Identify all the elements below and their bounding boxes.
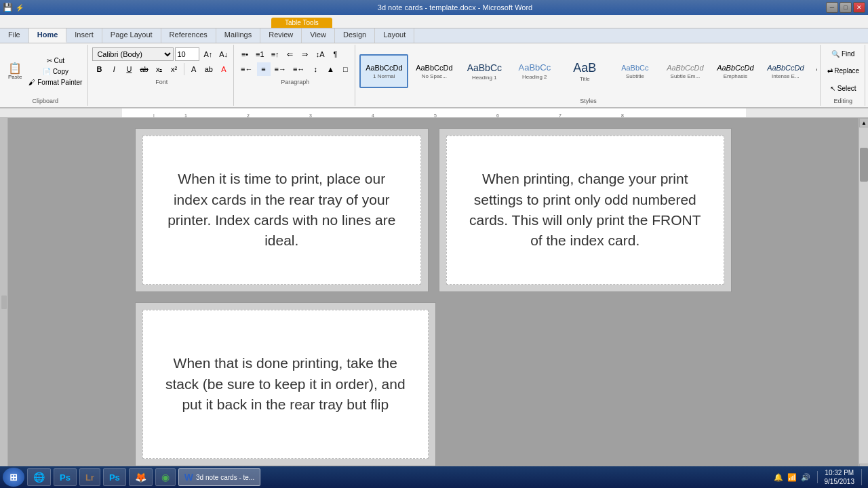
- select-button[interactable]: ↖ Select: [827, 81, 859, 96]
- numbering-button[interactable]: ≡1: [253, 47, 267, 61]
- style-intense-em[interactable]: AaBbCcDd Intense E...: [761, 54, 810, 88]
- justify-button[interactable]: ≡↔: [290, 62, 307, 76]
- taskbar-firefox[interactable]: 🦊: [129, 468, 153, 486]
- table-tools-bar: Table Tools: [0, 15, 868, 28]
- sort-button[interactable]: ↕A: [313, 47, 328, 61]
- highlight-button[interactable]: ab: [202, 62, 216, 76]
- card3-text: When that is done printing, take the sta…: [160, 353, 411, 415]
- tab-insert[interactable]: Insert: [66, 28, 102, 43]
- styles-label: Styles: [580, 98, 597, 104]
- style-title[interactable]: AaB Title: [560, 54, 609, 88]
- scroll-track[interactable]: [859, 127, 868, 464]
- align-left-button[interactable]: ≡←: [238, 62, 255, 76]
- card3-page: When that is done printing, take the sta…: [135, 302, 436, 466]
- ruler-mark-4: 3: [309, 113, 312, 118]
- multilevel-list-button[interactable]: ≡↑: [269, 47, 282, 61]
- style-emphasis[interactable]: AaBbCcDd Emphasis: [711, 54, 760, 88]
- empty-card-slot: [446, 302, 732, 466]
- taskbar-word-label: 3d note cards - te...: [196, 474, 254, 481]
- increase-indent-button[interactable]: ⇒: [298, 47, 312, 61]
- copy-button[interactable]: 📄 Copy: [26, 66, 85, 77]
- show-desktop-button[interactable]: [861, 469, 865, 485]
- ie-icon: 🌐: [33, 472, 45, 483]
- ruler-mark-2: 1: [184, 113, 187, 118]
- style-title-label: Title: [580, 76, 590, 82]
- style-subtle-em[interactable]: AaBbCcDd Subtle Em...: [660, 54, 709, 88]
- cards-row-2: When that is done printing, take the sta…: [135, 302, 732, 466]
- style-subtitle-preview: AaBbCc: [621, 63, 648, 73]
- style-no-spacing[interactable]: AaBbCcDd No Spac...: [410, 54, 458, 88]
- tab-view[interactable]: View: [302, 28, 335, 43]
- taskbar-lr[interactable]: Lr: [79, 468, 100, 486]
- show-marks-button[interactable]: ¶: [328, 47, 342, 61]
- bullets-button[interactable]: ≡•: [238, 47, 252, 61]
- style-heading1[interactable]: AaBbCc Heading 1: [460, 54, 509, 88]
- tab-references[interactable]: References: [161, 28, 216, 43]
- format-painter-button[interactable]: 🖌 Format Painter: [26, 77, 85, 87]
- shading-button[interactable]: ▲: [323, 62, 337, 76]
- font-color-button[interactable]: A: [217, 62, 231, 76]
- close-button[interactable]: ✕: [853, 2, 865, 13]
- style-heading1-label: Heading 1: [472, 75, 496, 81]
- style-strong[interactable]: AaBbCcDd Strong: [811, 54, 816, 88]
- style-heading2[interactable]: AaBbCc Heading 2: [510, 54, 559, 88]
- tab-home[interactable]: Home: [29, 28, 67, 43]
- taskbar-word[interactable]: W 3d note cards - te...: [178, 468, 260, 486]
- find-button[interactable]: 🔍 Find: [829, 46, 857, 62]
- decrease-indent-button[interactable]: ⇐: [283, 47, 297, 61]
- replace-button[interactable]: ⇄ Replace: [825, 63, 862, 79]
- strikethrough-button[interactable]: ab: [137, 62, 151, 76]
- superscript-button[interactable]: x²: [167, 62, 181, 76]
- window-title: 3d note cards - template.docx - Microsof…: [84, 3, 826, 12]
- scroll-up-button[interactable]: ▲: [859, 118, 868, 127]
- underline-button[interactable]: U: [122, 62, 136, 76]
- style-normal[interactable]: AaBbCcDd 1 Normal: [359, 54, 408, 88]
- taskbar-chrome[interactable]: ◉: [155, 468, 176, 486]
- tab-design[interactable]: Design: [335, 28, 375, 43]
- table-tools-label: Table Tools: [271, 18, 332, 28]
- cut-button[interactable]: ✂ Cut: [26, 56, 85, 66]
- paste-button[interactable]: 📋 Paste: [5, 46, 24, 96]
- tab-layout[interactable]: Layout: [375, 28, 414, 43]
- system-tray: 🔔 📶 🔊 10:32 PM 9/15/2013: [774, 468, 866, 486]
- borders-button[interactable]: □: [338, 62, 352, 76]
- word-icon: W: [184, 472, 193, 483]
- title-bar: 💾 ⚡ 3d note cards - template.docx - Micr…: [0, 0, 868, 15]
- taskbar-ps[interactable]: Ps: [54, 468, 77, 486]
- tab-file[interactable]: File: [0, 28, 29, 43]
- system-clock[interactable]: 10:32 PM 9/15/2013: [825, 468, 855, 486]
- style-emphasis-preview: AaBbCcDd: [717, 63, 753, 73]
- chrome-icon: ◉: [161, 472, 170, 483]
- shrink-font-button[interactable]: A↓: [216, 47, 231, 61]
- tab-mailings[interactable]: Mailings: [216, 28, 260, 43]
- maximize-button[interactable]: □: [840, 2, 852, 13]
- start-button[interactable]: ⊞: [3, 468, 24, 487]
- grow-font-button[interactable]: A↑: [201, 47, 215, 61]
- line-spacing-button[interactable]: ↕: [309, 62, 322, 76]
- subscript-button[interactable]: x₂: [153, 62, 166, 76]
- tray-icon-3: 🔊: [801, 473, 810, 482]
- scrollbar-right[interactable]: ▲ ▼: [859, 118, 868, 473]
- firefox-icon: 🦊: [135, 472, 146, 483]
- text-effects-button[interactable]: A: [187, 62, 201, 76]
- ruler-mark-5: 4: [372, 113, 374, 118]
- style-subtitle[interactable]: AaBbCc Subtitle: [610, 54, 659, 88]
- ps2-icon: Ps: [109, 472, 120, 483]
- align-center-button[interactable]: ≡: [257, 62, 271, 76]
- paragraph-group: ≡• ≡1 ≡↑ ⇐ ⇒ ↕A ¶ ≡← ≡ ≡→ ≡↔ ↕ ▲ □: [235, 45, 355, 106]
- taskbar-ps2[interactable]: Ps: [103, 468, 126, 486]
- document-scroll-area[interactable]: When it is time to print, place our inde…: [8, 118, 859, 473]
- clipboard-label: Clipboard: [32, 98, 58, 104]
- bold-button[interactable]: B: [92, 62, 106, 76]
- italic-button[interactable]: I: [107, 62, 121, 76]
- taskbar-ie[interactable]: 🌐: [27, 468, 51, 486]
- scroll-thumb[interactable]: [860, 148, 868, 182]
- minimize-button[interactable]: ─: [826, 2, 838, 13]
- font-size-input[interactable]: [175, 47, 199, 61]
- tab-page-layout[interactable]: Page Layout: [102, 28, 161, 43]
- style-subtitle-label: Subtitle: [626, 73, 644, 79]
- tab-review[interactable]: Review: [260, 28, 302, 43]
- align-right-button[interactable]: ≡→: [272, 62, 289, 76]
- font-family-select[interactable]: Calibri (Body): [92, 47, 174, 61]
- ruler-mark-7: 6: [496, 113, 499, 118]
